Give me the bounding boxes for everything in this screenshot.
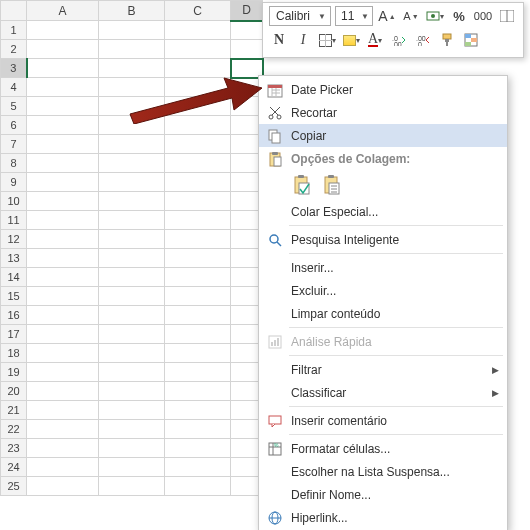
col-header-d[interactable]: D [231,1,263,21]
cell[interactable] [27,78,99,97]
format-painter-button[interactable] [437,30,457,50]
cell[interactable] [165,477,231,496]
menu-define-name[interactable]: Definir Nome... [259,483,507,506]
borders-button[interactable]: ▾ [317,30,337,50]
cell[interactable] [27,287,99,306]
row-header[interactable]: 16 [1,306,27,325]
cell[interactable] [27,306,99,325]
grow-font-button[interactable]: A▲ [377,6,397,26]
cell[interactable] [165,97,231,116]
row-header[interactable]: 5 [1,97,27,116]
cell[interactable] [165,382,231,401]
row-header[interactable]: 10 [1,192,27,211]
cell[interactable] [27,59,99,78]
italic-button[interactable]: I [293,30,313,50]
menu-delete[interactable]: Excluir... [259,279,507,302]
cell[interactable] [99,458,165,477]
cell[interactable] [165,211,231,230]
cell[interactable] [165,230,231,249]
cell[interactable] [27,420,99,439]
cell[interactable] [165,458,231,477]
cell[interactable] [27,154,99,173]
cell[interactable] [27,116,99,135]
cell[interactable] [165,40,231,59]
fill-color-button[interactable]: ▾ [341,30,361,50]
row-header[interactable]: 4 [1,78,27,97]
conditional-format-button[interactable] [461,30,481,50]
cell[interactable] [27,458,99,477]
cell[interactable] [231,21,263,40]
cell[interactable] [99,211,165,230]
cell[interactable] [27,97,99,116]
cell[interactable] [99,40,165,59]
col-header-a[interactable]: A [27,1,99,21]
row-header[interactable]: 22 [1,420,27,439]
bold-button[interactable]: N [269,30,289,50]
row-header[interactable]: 19 [1,363,27,382]
cell[interactable] [165,344,231,363]
cell[interactable] [27,363,99,382]
cell[interactable] [165,401,231,420]
decrease-decimal-button[interactable]: .00.0 [413,30,433,50]
increase-decimal-button[interactable]: .0.00 [389,30,409,50]
font-color-button[interactable]: A ▾ [365,30,385,50]
row-header[interactable]: 24 [1,458,27,477]
font-name-combo[interactable]: Calibri ▼ [269,6,331,26]
cell[interactable] [99,325,165,344]
paste-button[interactable] [291,173,313,197]
cell[interactable] [27,230,99,249]
cell[interactable] [27,325,99,344]
cell[interactable] [165,135,231,154]
cell[interactable] [99,135,165,154]
cell[interactable] [165,363,231,382]
cell[interactable] [27,477,99,496]
row-header[interactable]: 11 [1,211,27,230]
col-header-c[interactable]: C [165,1,231,21]
row-header[interactable]: 25 [1,477,27,496]
cell[interactable] [99,116,165,135]
row-header[interactable]: 20 [1,382,27,401]
menu-format-cells[interactable]: % Formatar células... [259,437,507,460]
cell[interactable] [27,382,99,401]
cell[interactable] [99,306,165,325]
row-header[interactable]: 12 [1,230,27,249]
row-header[interactable]: 8 [1,154,27,173]
menu-insert[interactable]: Inserir... [259,256,507,279]
row-header[interactable]: 14 [1,268,27,287]
cell[interactable] [99,97,165,116]
cell[interactable] [231,40,263,59]
cell[interactable] [99,420,165,439]
font-size-combo[interactable]: 11 ▼ [335,6,373,26]
cell[interactable] [99,287,165,306]
cell[interactable] [99,477,165,496]
row-header[interactable]: 6 [1,116,27,135]
percent-format-button[interactable]: % [449,6,469,26]
row-header[interactable]: 1 [1,21,27,40]
cell[interactable] [27,135,99,154]
row-header[interactable]: 23 [1,439,27,458]
thousands-button[interactable]: 000 [473,6,493,26]
spreadsheet-grid[interactable]: A B C D 1 2 3 4 5 6 7 8 9 10 11 12 13 14… [0,0,263,496]
cell[interactable] [99,78,165,97]
cell[interactable] [99,268,165,287]
menu-insert-comment[interactable]: Inserir comentário [259,409,507,432]
cell[interactable] [99,21,165,40]
row-header[interactable]: 2 [1,40,27,59]
cell[interactable] [27,40,99,59]
cell[interactable] [27,268,99,287]
cell[interactable] [27,211,99,230]
row-header[interactable]: 18 [1,344,27,363]
cell[interactable] [165,116,231,135]
cell[interactable] [99,173,165,192]
cell[interactable] [99,192,165,211]
cell[interactable] [27,173,99,192]
cell[interactable] [165,21,231,40]
cell[interactable] [165,287,231,306]
menu-paste-special[interactable]: Colar Especial... [259,200,507,223]
row-header[interactable]: 15 [1,287,27,306]
menu-clear-contents[interactable]: Limpar conteúdo [259,302,507,325]
cell[interactable] [99,154,165,173]
cell[interactable] [165,268,231,287]
cell[interactable] [27,344,99,363]
cell[interactable] [99,382,165,401]
